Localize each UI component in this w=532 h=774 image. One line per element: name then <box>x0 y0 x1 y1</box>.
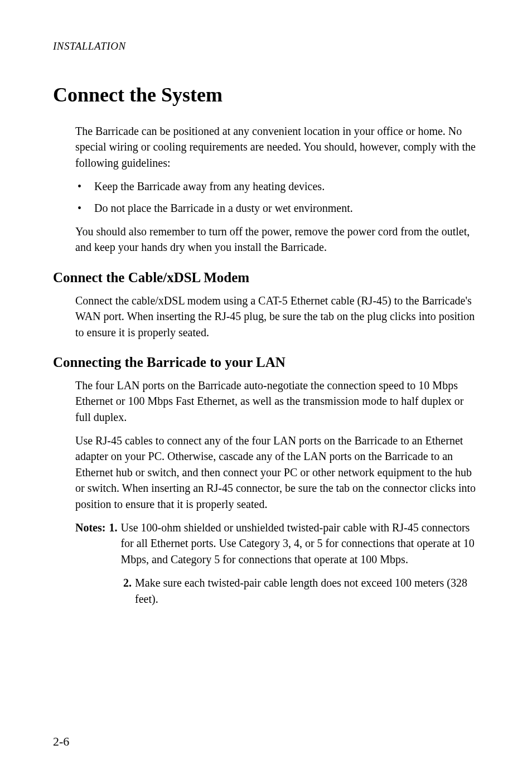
note-number: 2. <box>123 575 132 607</box>
note-item: Notes: 1. Use 100-ohm shielded or unshie… <box>75 520 479 567</box>
list-item: Keep the Barricade away from any heating… <box>75 178 479 194</box>
note-text: Make sure each twisted-pair cable length… <box>135 575 479 607</box>
section2-paragraph1: The four LAN ports on the Barricade auto… <box>75 378 479 425</box>
list-item: Do not place the Barricade in a dusty or… <box>75 200 479 216</box>
notes-block: Notes: 1. Use 100-ohm shielded or unshie… <box>75 520 479 607</box>
section1-paragraph: Connect the cable/xDSL modem using a CAT… <box>75 293 479 340</box>
section2-heading: Connecting the Barricade to your LAN <box>53 352 479 372</box>
section2-paragraph2: Use RJ-45 cables to connect any of the f… <box>75 433 479 512</box>
main-heading: Connect the System <box>53 81 479 109</box>
note-number: 1. <box>109 520 117 567</box>
section1-heading: Connect the Cable/xDSL Modem <box>53 268 479 287</box>
running-header: INSTALLATION <box>53 39 479 54</box>
note-text: Use 100-ohm shielded or unshielded twist… <box>120 520 479 567</box>
note-item: 2. Make sure each twisted-pair cable len… <box>75 575 479 607</box>
bullet-list: Keep the Barricade away from any heating… <box>75 178 479 216</box>
notes-label: Notes: <box>75 520 105 567</box>
intro-paragraph: The Barricade can be positioned at any c… <box>75 123 479 171</box>
page-number: 2-6 <box>53 733 69 751</box>
post-bullets-paragraph: You should also remember to turn off the… <box>75 224 479 255</box>
